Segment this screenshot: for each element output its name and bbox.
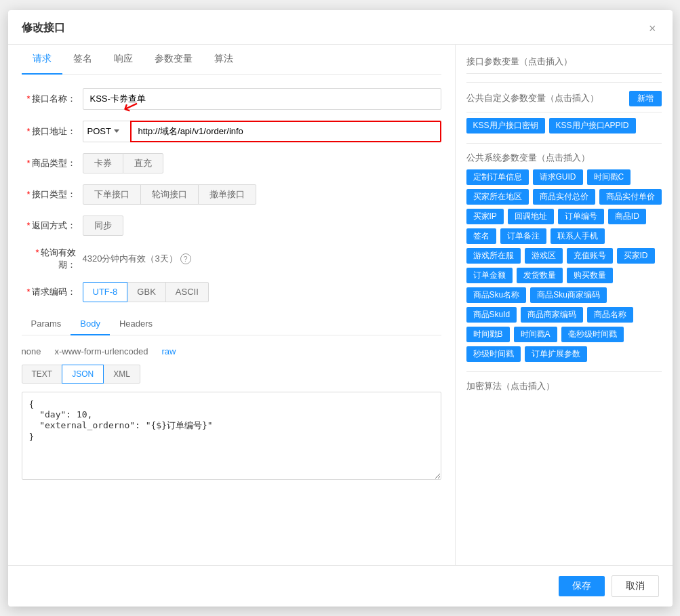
sys-tag-9[interactable]: 商品ID: [608, 209, 646, 224]
cancel-button[interactable]: 取消: [612, 575, 659, 597]
divider1: [466, 82, 662, 83]
right-panel: 接口参数变量（点击插入） 公共自定义参数变量（点击插入） 新增 KSS用户接口密…: [456, 45, 673, 565]
goods-type-label: *商品类型：: [22, 157, 76, 169]
interface-type-row: *接口类型： 下单接口 轮询接口 撤单接口: [22, 184, 441, 205]
close-button[interactable]: ×: [646, 21, 659, 36]
system-params-tags: 定制订单信息 请求GUID 时间戳C 买家所在地区 商品实付总价 商品实付单价 …: [466, 169, 662, 362]
encoding-group: UTF-8 GBK ASCII: [83, 282, 209, 302]
url-field-container: POST: [83, 121, 441, 142]
sub-tab-params[interactable]: Params: [22, 313, 71, 335]
custom-params-tags: KSS用户接口密钥 KSS用户接口APPID: [466, 118, 662, 134]
sys-tag-3[interactable]: 买家所在地区: [466, 189, 529, 205]
sys-tag-20[interactable]: 商品Sku名称: [466, 287, 527, 303]
sys-tag-17[interactable]: 订单金额: [466, 268, 513, 283]
sys-tag-16[interactable]: 买家ID: [617, 248, 655, 264]
new-button[interactable]: 新增: [629, 91, 662, 106]
body-type-none[interactable]: none: [22, 346, 41, 356]
custom-tag-0[interactable]: KSS用户接口密钥: [466, 118, 545, 134]
sys-tag-4[interactable]: 商品实付总价: [533, 189, 595, 205]
method-value: POST: [87, 126, 111, 136]
sys-tag-21[interactable]: 商品Sku商家编码: [530, 287, 607, 303]
sys-tag-18[interactable]: 发货数量: [517, 268, 563, 283]
sys-tag-27[interactable]: 毫秒级时间戳: [561, 327, 624, 342]
sys-tag-24[interactable]: 商品名称: [587, 307, 633, 323]
interface-type-group: 下单接口 轮询接口 撤单接口: [83, 184, 256, 205]
sys-tag-15[interactable]: 充值账号: [567, 248, 613, 264]
sub-tab-body[interactable]: Body: [71, 313, 110, 335]
sys-tag-26[interactable]: 时间戳A: [514, 327, 557, 342]
encoding-row: *请求编码： UTF-8 GBK ASCII: [22, 282, 441, 302]
sys-tag-28[interactable]: 秒级时间戳: [466, 346, 521, 362]
sys-tag-10[interactable]: 签名: [466, 228, 496, 244]
encoding-gbk[interactable]: GBK: [127, 282, 165, 302]
sys-tag-0[interactable]: 定制订单信息: [466, 169, 529, 185]
interface-type-cancel[interactable]: 撤单接口: [198, 184, 256, 205]
required-star2: *: [26, 126, 30, 136]
method-select[interactable]: POST: [83, 121, 130, 142]
dialog: 修改接口 × 请求 签名 响应 参数变量 算法 *接口名称：: [8, 10, 673, 607]
format-group: TEXT JSON XML: [22, 365, 441, 384]
return-method-label: *返回方式：: [22, 220, 76, 232]
encoding-ascii[interactable]: ASCII: [165, 282, 209, 302]
sys-tag-8[interactable]: 订单编号: [558, 209, 604, 224]
sys-tag-19[interactable]: 购买数量: [567, 268, 613, 283]
required-star3: *: [26, 158, 30, 168]
sys-tag-5[interactable]: 商品实付单价: [599, 189, 662, 205]
sys-tag-11[interactable]: 订单备注: [500, 228, 546, 244]
required-star7: *: [26, 287, 30, 297]
interface-params-title: 接口参数变量（点击插入）: [466, 56, 662, 74]
interface-type-label: *接口类型：: [22, 188, 76, 201]
format-json[interactable]: JSON: [62, 365, 104, 384]
sub-tab-headers[interactable]: Headers: [110, 313, 162, 335]
format-xml[interactable]: XML: [103, 365, 140, 384]
method-chevron-icon: [114, 129, 119, 133]
poll-validity-row: *轮询有效期： 4320分钟内有效（3天） ?: [22, 247, 441, 271]
code-editor[interactable]: { "day": 10, "external_orderno": "{$}订单编…: [22, 392, 441, 480]
goods-type-topup[interactable]: 直充: [123, 153, 163, 173]
sys-tag-12[interactable]: 联系人手机: [551, 228, 605, 244]
tab-response[interactable]: 响应: [103, 45, 144, 75]
tab-request[interactable]: 请求: [22, 45, 62, 75]
encoding-utf8[interactable]: UTF-8: [83, 282, 128, 302]
dialog-body: 请求 签名 响应 参数变量 算法 *接口名称： *接口地址：: [8, 45, 673, 565]
divider2: [466, 143, 662, 144]
sys-tag-6[interactable]: 买家IP: [466, 209, 504, 224]
poll-validity-text: 4320分钟内有效（3天）: [83, 253, 178, 265]
goods-type-group: 卡券 直充: [83, 153, 163, 173]
sys-tag-7[interactable]: 回调地址: [508, 209, 554, 224]
url-input[interactable]: [130, 121, 441, 142]
body-types: none x-www-form-urlencoded raw: [22, 346, 441, 356]
divider3: [466, 371, 662, 372]
return-method-row: *返回方式： 同步: [22, 215, 441, 236]
sys-tag-25[interactable]: 时间戳B: [466, 327, 510, 342]
dialog-title: 修改接口: [22, 21, 65, 35]
save-button[interactable]: 保存: [559, 576, 605, 596]
tab-algorithm[interactable]: 算法: [203, 45, 244, 75]
sys-tag-13[interactable]: 游戏所在服: [466, 248, 521, 264]
sub-tabs: Params Body Headers: [22, 313, 441, 335]
sys-tag-2[interactable]: 时间戳C: [587, 169, 631, 185]
tab-params[interactable]: 参数变量: [144, 45, 203, 75]
encrypt-title: 加密算法（点击插入）: [466, 380, 662, 392]
body-type-form[interactable]: x-www-form-urlencoded: [54, 346, 148, 356]
format-text[interactable]: TEXT: [22, 365, 63, 384]
goods-type-card[interactable]: 卡券: [83, 153, 123, 173]
main-tabs: 请求 签名 响应 参数变量 算法: [22, 45, 441, 75]
tab-sign[interactable]: 签名: [62, 45, 103, 75]
sys-tag-14[interactable]: 游戏区: [525, 248, 563, 264]
sys-tag-22[interactable]: 商品SkuId: [466, 307, 517, 323]
name-input[interactable]: [83, 88, 441, 110]
return-method-btn[interactable]: 同步: [83, 215, 123, 236]
sys-tag-29[interactable]: 订单扩展参数: [525, 346, 587, 362]
body-type-raw[interactable]: raw: [161, 346, 176, 356]
url-label: *接口地址：: [22, 125, 76, 138]
interface-type-poll[interactable]: 轮询接口: [140, 184, 199, 205]
custom-tag-1[interactable]: KSS用户接口APPID: [549, 118, 636, 134]
interface-type-order[interactable]: 下单接口: [83, 184, 141, 205]
sys-tag-23[interactable]: 商品商家编码: [521, 307, 583, 323]
dialog-header: 修改接口 ×: [8, 10, 673, 45]
help-icon[interactable]: ?: [180, 253, 191, 264]
sys-tag-1[interactable]: 请求GUID: [533, 169, 583, 185]
required-star4: *: [26, 189, 30, 199]
goods-type-row: *商品类型： 卡券 直充: [22, 153, 441, 173]
